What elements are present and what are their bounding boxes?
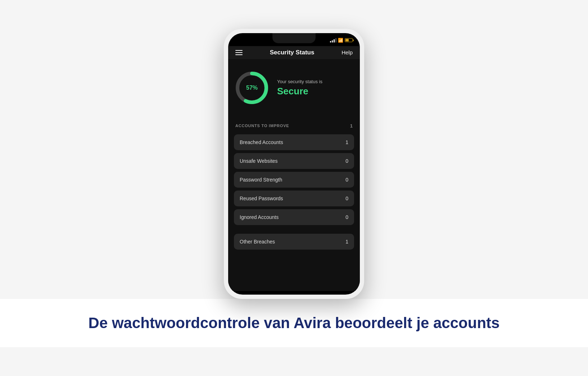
- security-status-section: 57% Your security status is Secure: [234, 66, 354, 109]
- hamburger-menu-icon[interactable]: [235, 50, 243, 55]
- bottom-text-section: De wachtwoordcontrole van Avira beoordee…: [0, 299, 588, 348]
- other-breaches-label: Other Breaches: [240, 239, 275, 245]
- signal-bar-4: [335, 38, 336, 42]
- donut-percentage: 57%: [246, 85, 258, 91]
- reused-passwords-count: 0: [345, 196, 348, 201]
- breached-accounts-label: Breached Accounts: [240, 139, 283, 145]
- bottom-caption: De wachtwoordcontrole van Avira beoordee…: [29, 313, 559, 333]
- accounts-section-label: ACCOUNTS TO IMPROVE: [235, 124, 289, 128]
- breached-accounts-item[interactable]: Breached Accounts 1: [234, 134, 354, 150]
- nav-title: Security Status: [270, 49, 315, 56]
- reused-passwords-item[interactable]: Reused Passwords 0: [234, 191, 354, 206]
- breached-accounts-count: 1: [345, 139, 348, 145]
- battery-fill: [345, 39, 349, 41]
- unsafe-websites-label: Unsafe Websites: [240, 158, 278, 164]
- signal-icon: [330, 38, 336, 42]
- phone-frame: 📶 Security Status Help: [224, 29, 364, 299]
- accounts-section-count: 1: [350, 123, 353, 129]
- phone-notch: [272, 33, 316, 43]
- ignored-accounts-label: Ignored Accounts: [240, 214, 279, 220]
- page-wrapper: 📶 Security Status Help: [0, 29, 588, 348]
- list-separator: [234, 228, 354, 234]
- security-text-block: Your security status is Secure: [277, 79, 322, 97]
- password-strength-item[interactable]: Password Strength 0: [234, 172, 354, 188]
- reused-passwords-label: Reused Passwords: [240, 196, 283, 201]
- status-bar-right: 📶: [330, 38, 353, 43]
- signal-bar-1: [330, 41, 331, 42]
- hamburger-line-3: [235, 54, 243, 55]
- other-breaches-count: 1: [345, 239, 348, 245]
- help-button[interactable]: Help: [342, 49, 353, 55]
- signal-bar-2: [332, 40, 333, 42]
- phone-screen: 📶 Security Status Help: [228, 33, 360, 295]
- unsafe-websites-count: 0: [345, 158, 348, 164]
- hamburger-line-2: [235, 52, 243, 53]
- security-donut-chart: 57%: [234, 70, 270, 106]
- ignored-accounts-item[interactable]: Ignored Accounts 0: [234, 209, 354, 225]
- nav-bar: Security Status Help: [228, 46, 360, 59]
- hamburger-line-1: [235, 50, 243, 51]
- accounts-section-header: ACCOUNTS TO IMPROVE 1: [234, 120, 354, 131]
- password-strength-count: 0: [345, 177, 348, 183]
- signal-bar-3: [334, 39, 335, 42]
- other-breaches-item[interactable]: Other Breaches 1: [234, 234, 354, 250]
- ignored-accounts-count: 0: [345, 214, 348, 220]
- battery-icon: [345, 38, 353, 42]
- phone-content: 57% Your security status is Secure ACCOU…: [228, 59, 360, 291]
- wifi-icon: 📶: [338, 38, 343, 43]
- security-subtitle: Your security status is: [277, 79, 322, 84]
- password-strength-label: Password Strength: [240, 177, 282, 183]
- unsafe-websites-item[interactable]: Unsafe Websites 0: [234, 153, 354, 169]
- security-status-value: Secure: [277, 86, 322, 97]
